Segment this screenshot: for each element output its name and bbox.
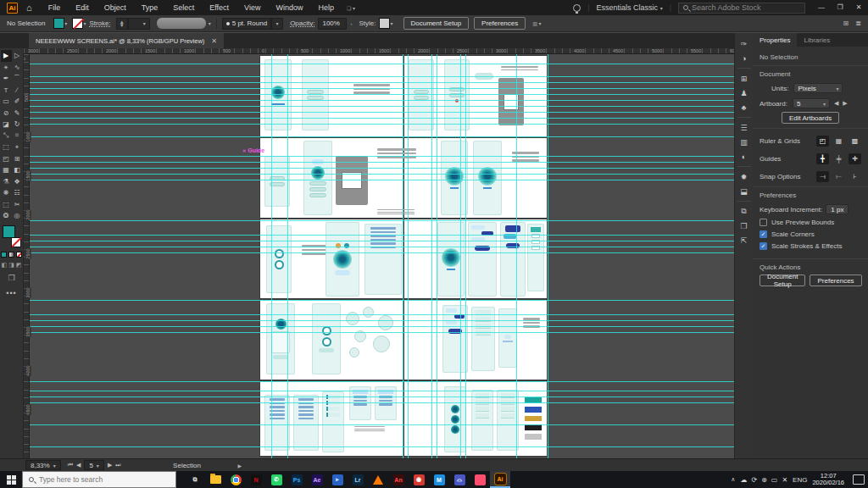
first-artboard-icon[interactable]: ⏮ — [68, 462, 73, 469]
magic-wand-tool[interactable]: ⚹ — [1, 62, 12, 74]
minimize-button[interactable]: — — [812, 0, 831, 15]
taskbar-search[interactable] — [22, 471, 176, 488]
illustrator-icon[interactable]: Ai — [490, 471, 510, 488]
paintbrush-tool[interactable]: ✐ — [12, 96, 23, 108]
color-panel-icon[interactable]: ◑ — [737, 51, 751, 65]
document-close-icon[interactable]: ✕ — [211, 37, 217, 45]
close-button[interactable]: ✕ — [849, 0, 868, 15]
stroke-color-swatch[interactable] — [72, 18, 83, 29]
taskbar-search-input[interactable] — [39, 475, 149, 484]
lock-guides-icon[interactable]: ╪ — [832, 153, 845, 164]
stroke-weight-label[interactable]: Stroke: — [89, 19, 110, 27]
menu-file[interactable]: File — [41, 3, 69, 12]
chrome-icon[interactable] — [225, 471, 246, 488]
color-fill-mode[interactable] — [1, 252, 7, 258]
artboard-prev-icon[interactable]: ◀ — [834, 100, 838, 107]
discord-icon[interactable]: ⌓ — [449, 471, 470, 488]
screen-mode-button[interactable]: ❒ — [8, 274, 14, 282]
onedrive-icon[interactable]: ☁ — [740, 476, 747, 484]
opacity-label[interactable]: Opacity: — [290, 19, 314, 27]
next-artboard-icon[interactable]: ▶ — [108, 462, 112, 469]
adobe-red-app-icon[interactable]: An — [388, 471, 409, 488]
snap-to-point-icon[interactable]: ⊦ — [849, 171, 861, 182]
show-guides-icon[interactable]: ╋ — [816, 153, 829, 164]
opacity-value-field[interactable]: 100% — [318, 18, 347, 30]
checkbox-scale-corners[interactable]: ✓ — [760, 230, 767, 238]
menu-view[interactable]: View — [236, 3, 268, 12]
rotate-tool[interactable]: ↻ — [12, 119, 23, 130]
menu-window[interactable]: Window — [268, 3, 310, 12]
brushes-panel-icon[interactable]: ♟ — [737, 86, 751, 100]
panel-menu-icon[interactable]: ≣ — [855, 19, 861, 27]
hand-tool[interactable]: ❂ — [1, 210, 12, 222]
arrange-documents-icon[interactable]: ❏ ▾ — [347, 5, 355, 11]
edit-artboards-button[interactable]: Edit Artboards — [782, 112, 839, 124]
brush-definition-dropdown[interactable]: 5 pt. Round — [222, 18, 271, 30]
pink-app-icon[interactable] — [470, 471, 490, 488]
align-options-icon[interactable]: ▥ ▾ — [532, 20, 541, 26]
style-swatch[interactable] — [379, 18, 390, 29]
checkbox-use-preview-bounds[interactable] — [760, 219, 767, 226]
network-icon[interactable]: ⊕ — [761, 476, 767, 484]
mesh-tool[interactable]: ▦ — [1, 164, 12, 176]
units-dropdown[interactable]: Pixels▾ — [793, 83, 843, 93]
pencil-tool[interactable]: ✎ — [12, 108, 23, 119]
prev-artboard-icon[interactable]: ◀ — [76, 462, 81, 469]
slice-tool[interactable]: ✂ — [12, 199, 23, 211]
shape-builder-tool[interactable]: ◰ — [1, 153, 12, 165]
preferences-quick-button[interactable]: Preferences — [810, 274, 861, 286]
layers-panel-icon[interactable]: ⧉ — [737, 204, 751, 219]
menu-object[interactable]: Object — [97, 3, 134, 12]
status-display-label[interactable]: Selection — [136, 462, 238, 469]
document-setup-button[interactable]: Document Setup — [403, 17, 470, 30]
discover-lightbulb-icon[interactable] — [573, 4, 581, 12]
column-graph-tool[interactable]: ☷ — [12, 187, 23, 199]
clock[interactable]: 12:07 2020/02/16 — [812, 473, 844, 486]
pen-tool[interactable]: ✒ — [1, 73, 12, 85]
photoshop-icon[interactable]: Ps — [287, 471, 307, 488]
color-guide-panel-icon[interactable]: ⊞ — [737, 71, 751, 86]
type-tool[interactable]: T — [1, 85, 12, 97]
last-artboard-icon[interactable]: ⏭ — [115, 462, 120, 469]
fill-color-swatch[interactable] — [53, 18, 64, 29]
stroke-panel-icon[interactable]: ☰ — [737, 120, 751, 135]
menu-effect[interactable]: Effect — [202, 3, 236, 12]
show-grid-icon[interactable]: ▦ — [832, 136, 845, 147]
none-fill-mode[interactable] — [16, 252, 22, 258]
width-tool[interactable]: ⌗ — [12, 130, 23, 142]
artboard-number-dropdown[interactable]: 5▾ — [84, 460, 103, 470]
smart-guides-icon[interactable]: ✛ — [849, 153, 861, 164]
adobe-stock-search[interactable]: Search Adobe Stock — [678, 3, 805, 14]
start-button[interactable] — [0, 471, 22, 488]
rectangle-tool[interactable]: ▭ — [1, 96, 12, 108]
checkbox-scale-strokes-effects[interactable]: ✓ — [760, 242, 767, 250]
lightroom-icon[interactable]: Lr — [348, 471, 368, 488]
status-menu-icon[interactable]: ▶ — [238, 463, 242, 469]
drawing-mode-buttons[interactable]: ◧ ◨ ◩ — [2, 262, 22, 269]
document-tab[interactable]: NEEEEWWW SCREENS.ai* @ 8,33% (RGB/GPU Pr… — [29, 33, 224, 48]
zoom-tool[interactable]: ◎ — [12, 210, 23, 222]
snap-to-grid-icon[interactable]: ⟞ — [816, 171, 829, 182]
gradient-tool[interactable]: ◧ — [12, 164, 23, 176]
gradient-fill-mode[interactable] — [8, 252, 14, 258]
scale-tool[interactable]: ⤡ — [1, 130, 12, 142]
gradient-panel-icon[interactable]: ▥ — [737, 135, 751, 149]
maximize-button[interactable]: ❐ — [831, 0, 849, 15]
artboards-panel-icon[interactable]: ❐ — [737, 219, 751, 233]
whatsapp-icon[interactable]: ✆ — [266, 471, 287, 488]
action-center-icon[interactable] — [853, 474, 865, 485]
asset-export-panel-icon[interactable]: ⇱ — [737, 233, 751, 247]
menu-type[interactable]: Type — [134, 3, 166, 12]
transparency-panel-icon[interactable]: ◐ — [737, 149, 751, 164]
perspective-grid-tool[interactable]: ⊞ — [12, 153, 23, 165]
tab-libraries[interactable]: Libraries — [797, 33, 837, 47]
appearance-panel-icon[interactable]: ✹ — [737, 169, 751, 184]
battery-icon[interactable]: ▭ — [771, 476, 778, 484]
edit-toolbar-button[interactable]: ••• — [6, 289, 16, 297]
keyboard-increment-field[interactable]: 1 px — [826, 204, 849, 214]
menu-edit[interactable]: Edit — [68, 3, 97, 12]
file-explorer-icon[interactable] — [205, 471, 225, 488]
free-transform-tool[interactable]: ⬚ — [1, 141, 12, 153]
malwarebytes-icon[interactable]: M — [429, 471, 449, 488]
stroke-weight-stepper[interactable]: ▲▼ — [116, 18, 128, 30]
